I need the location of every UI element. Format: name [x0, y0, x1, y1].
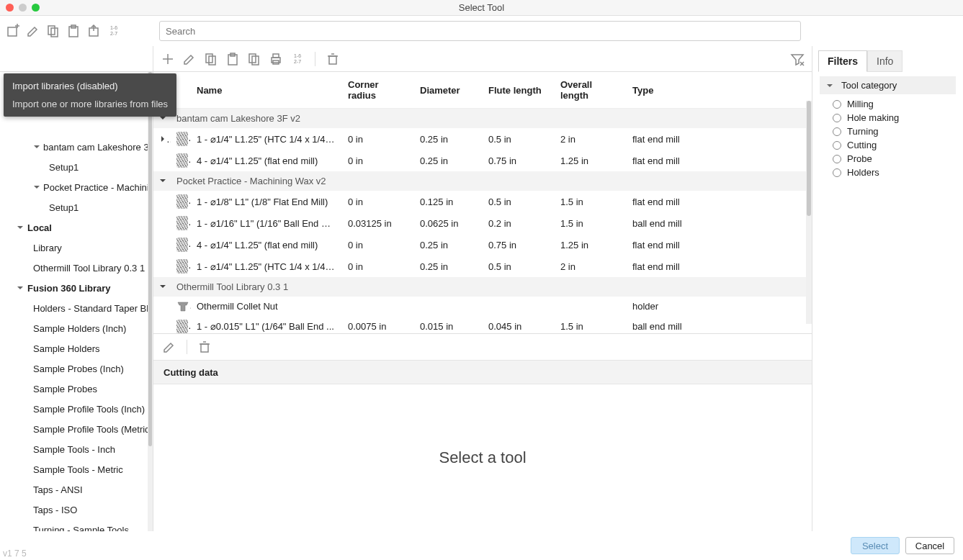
filter-option[interactable]: Turning — [820, 125, 956, 138]
tree-item[interactable]: Sample Tools - Inch — [0, 439, 153, 459]
select-button[interactable]: Select — [851, 537, 900, 554]
radio-icon — [833, 100, 841, 109]
table-row[interactable]: Othermill Collet Nutholder — [153, 297, 812, 316]
clear-filter-icon[interactable] — [790, 52, 805, 66]
tree-item[interactable]: Library — [0, 238, 153, 258]
copy-tool-icon[interactable] — [204, 52, 218, 66]
col-flute-length[interactable]: Flute length — [483, 72, 555, 109]
version-label: v1 7 5 — [3, 548, 27, 559]
endmill-icon — [176, 320, 188, 334]
filter-heading-tool-category[interactable]: Tool category — [820, 76, 956, 94]
endmill-icon — [176, 132, 188, 146]
tree-item[interactable]: Taps - ANSI — [0, 479, 153, 500]
col-type[interactable]: Type — [627, 72, 812, 109]
endmill-icon — [176, 238, 188, 252]
table-group-row[interactable]: Pocket Practice - Machining Wax v2 — [153, 171, 812, 191]
add-tool-icon[interactable] — [161, 52, 175, 66]
tree-item[interactable]: Taps - ISO — [0, 500, 153, 520]
table-row[interactable]: 1 - ⌀0.015" L1" (1/64" Ball End ...0.007… — [153, 316, 812, 334]
window-title: Select Tool — [459, 2, 504, 13]
filter-option[interactable]: Holders — [820, 166, 956, 179]
badge-top: 1-6 — [110, 25, 117, 31]
new-library-icon[interactable] — [6, 24, 20, 38]
tree-item[interactable]: Othermill Tool Library 0.3 1 — [0, 258, 153, 278]
badge-bottom: 2-7 — [110, 31, 117, 37]
tree-item[interactable]: Holders - Standard Taper Bla — [0, 298, 153, 318]
radio-icon — [833, 168, 841, 177]
tab-filters[interactable]: Filters — [818, 50, 867, 72]
duplicate-tool-icon[interactable] — [247, 52, 261, 66]
cancel-button[interactable]: Cancel — [905, 537, 954, 554]
zoom-window-icon[interactable] — [32, 4, 40, 12]
radio-icon — [833, 155, 841, 163]
delete-cutting-data-icon[interactable] — [197, 340, 212, 354]
search-input[interactable] — [159, 21, 801, 41]
col-name[interactable]: Name — [191, 72, 342, 109]
tree-item[interactable]: Fusion 360 Library — [0, 278, 153, 298]
table-group-row[interactable]: Othermill Tool Library 0.3 1 — [153, 277, 812, 297]
tree-item[interactable]: Turning - Sample Tools — [0, 520, 153, 531]
col-corner-radius[interactable]: Corner radius — [342, 72, 414, 109]
endmill-icon — [176, 259, 188, 274]
library-tree[interactable]: bantam cam Lakeshore 3FSetup1Pocket Prac… — [0, 72, 153, 531]
minimize-window-icon[interactable] — [19, 4, 27, 12]
table-row[interactable]: 1 - ⌀1/4" L1.25" (HTC 1/4 x 1/4 x...0 in… — [153, 256, 812, 277]
edit-icon[interactable] — [26, 24, 40, 38]
detail-pane: Select a tool — [153, 384, 812, 531]
tree-item[interactable]: Sample Profile Tools (Metric — [0, 419, 153, 439]
filter-option[interactable]: Probe — [820, 152, 956, 166]
tree-item[interactable]: Sample Probes (Inch) — [0, 358, 153, 379]
sidebar-scrollbar[interactable] — [148, 72, 153, 531]
chevron-down-icon — [33, 143, 40, 151]
chevron-down-icon — [16, 223, 24, 232]
filter-option[interactable]: Cutting — [820, 138, 956, 152]
tree-item[interactable]: Local — [0, 217, 153, 238]
tooltip-body: Import one or more libraries from files — [12, 99, 168, 109]
tree-item[interactable]: Sample Probes — [0, 379, 153, 399]
tree-item[interactable]: Setup1 — [0, 157, 153, 177]
col-overall-length[interactable]: Overall length — [555, 72, 627, 109]
endmill-icon — [176, 194, 188, 209]
tooltip-title: Import libraries (disabled) — [12, 81, 168, 91]
cutting-data-header: Cutting data — [153, 360, 812, 384]
radio-icon — [833, 114, 841, 122]
edit-cutting-data-icon[interactable] — [162, 340, 176, 354]
table-group-row[interactable]: bantam cam Lakeshore 3F v2 — [153, 109, 812, 129]
delete-tool-icon[interactable] — [326, 52, 340, 66]
renumber-tool-icon[interactable]: 1-6 2-7 — [290, 52, 305, 66]
tree-item[interactable]: Sample Holders — [0, 338, 153, 358]
filter-option[interactable]: Milling — [820, 97, 956, 111]
print-icon[interactable] — [269, 52, 283, 66]
svg-rect-0 — [8, 27, 17, 36]
tree-item[interactable]: Sample Holders (Inch) — [0, 318, 153, 338]
library-sidebar: bantam cam Lakeshore 3FSetup1Pocket Prac… — [0, 46, 153, 531]
tree-item[interactable]: Sample Profile Tools (Inch) — [0, 399, 153, 419]
tree-item[interactable]: Sample Tools - Metric — [0, 459, 153, 479]
table-row[interactable]: 1 - ⌀1/16" L1" (1/16" Ball End M...0.031… — [153, 212, 812, 234]
tree-item[interactable]: Pocket Practice - Machinin — [0, 177, 153, 197]
edit-tool-icon[interactable] — [182, 52, 197, 66]
paste-tool-icon[interactable] — [225, 52, 240, 66]
paste-icon[interactable] — [66, 24, 81, 38]
filter-option[interactable]: Hole making — [820, 111, 956, 125]
copy-icon[interactable] — [46, 24, 61, 38]
table-row[interactable]: 4 - ⌀1/4" L1.25" (flat end mill)0 in0.25… — [153, 234, 812, 256]
tree-item[interactable]: bantam cam Lakeshore 3F — [0, 137, 153, 157]
table-row[interactable]: 1 - ⌀1/4" L1.25" (HTC 1/4 x 1/4 x...0 in… — [153, 128, 812, 150]
table-row[interactable]: 1 - ⌀1/8" L1" (1/8" Flat End Mill)0 in0.… — [153, 191, 812, 212]
radio-icon — [833, 127, 841, 136]
table-row[interactable]: 4 - ⌀1/4" L1.25" (flat end mill)0 in0.25… — [153, 150, 812, 171]
tree-item[interactable]: Setup1 — [0, 197, 153, 217]
renumber-icon[interactable]: 1-6 2-7 — [107, 24, 121, 38]
chevron-down-icon — [825, 81, 834, 90]
tab-info[interactable]: Info — [867, 50, 902, 72]
endmill-icon — [176, 153, 188, 168]
tool-table[interactable]: Name Corner radius Diameter Flute length… — [153, 72, 812, 334]
svg-rect-25 — [201, 344, 208, 352]
table-scrollbar[interactable] — [806, 101, 812, 324]
col-diameter[interactable]: Diameter — [414, 72, 483, 109]
export-icon[interactable] — [86, 24, 101, 38]
sidebar-toolbar — [0, 46, 153, 72]
svg-rect-20 — [329, 56, 336, 64]
close-window-icon[interactable] — [6, 4, 14, 12]
